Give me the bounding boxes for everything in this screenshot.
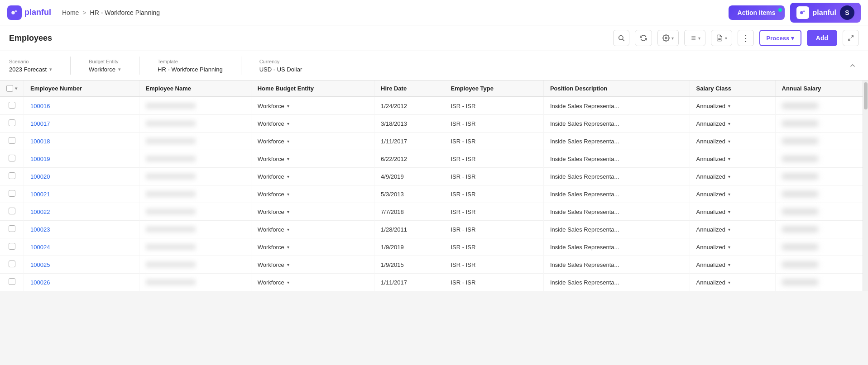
row-checkbox-cell[interactable] (0, 238, 24, 256)
svg-line-15 (851, 36, 853, 38)
th-employee-name[interactable]: Employee Name (139, 81, 251, 97)
breadcrumb-home[interactable]: Home (62, 9, 79, 16)
annual-salary-cell (775, 238, 868, 256)
scrollbar-thumb[interactable] (864, 82, 868, 109)
th-home-budget-entity[interactable]: Home Budget Entity (251, 81, 374, 97)
home-budget-entity-chevron[interactable]: ▾ (287, 121, 289, 126)
employee-link[interactable]: 100019 (30, 156, 50, 162)
salary-class-chevron[interactable]: ▾ (728, 280, 730, 285)
salary-class-value: Annualized (696, 173, 725, 180)
scenario-chevron[interactable]: ▾ (49, 66, 52, 72)
row-checkbox[interactable] (9, 119, 15, 126)
salary-class-chevron[interactable]: ▾ (728, 121, 730, 126)
row-checkbox[interactable] (9, 155, 15, 161)
th-employee-number[interactable]: Employee Number (24, 81, 139, 97)
home-budget-entity-chevron[interactable]: ▾ (287, 262, 289, 267)
salary-class-value: Annualized (696, 261, 725, 268)
employee-link[interactable]: 100016 (30, 103, 50, 109)
annual-salary-cell (775, 256, 868, 274)
th-annual-salary[interactable]: Annual Salary (775, 81, 868, 97)
employee-name-blurred (146, 261, 196, 268)
salary-class-chevron[interactable]: ▾ (728, 156, 730, 161)
home-budget-entity-chevron[interactable]: ▾ (287, 209, 289, 214)
row-checkbox-cell[interactable] (0, 168, 24, 185)
row-checkbox[interactable] (9, 278, 15, 285)
vertical-scrollbar[interactable] (863, 81, 868, 291)
refresh-button[interactable] (635, 30, 652, 46)
home-budget-entity-chevron[interactable]: ▾ (287, 245, 289, 250)
employee-link[interactable]: 100024 (30, 244, 50, 251)
row-checkbox-cell[interactable] (0, 115, 24, 133)
budget-entity-value-row[interactable]: Workforce ▾ (89, 66, 121, 73)
home-budget-entity-chevron[interactable]: ▾ (287, 227, 289, 232)
hire-date-value: 4/9/2019 (381, 173, 404, 180)
hire-date-cell: 1/11/2017 (374, 133, 444, 150)
row-checkbox[interactable] (9, 208, 15, 214)
expand-button[interactable] (843, 30, 859, 46)
th-checkbox[interactable]: ▾ (0, 81, 24, 97)
salary-class-chevron[interactable]: ▾ (728, 104, 730, 109)
row-checkbox-cell[interactable] (0, 221, 24, 238)
row-checkbox[interactable] (9, 261, 15, 267)
home-budget-entity-chevron[interactable]: ▾ (287, 104, 289, 109)
settings-button[interactable]: ▾ (657, 30, 679, 46)
th-salary-class[interactable]: Salary Class (690, 81, 775, 97)
row-checkbox-cell[interactable] (0, 133, 24, 150)
row-checkbox[interactable] (9, 190, 15, 197)
home-budget-entity-chevron[interactable]: ▾ (287, 139, 289, 144)
home-budget-entity-chevron[interactable]: ▾ (287, 156, 289, 161)
salary-class-chevron[interactable]: ▾ (728, 262, 730, 267)
th-checkbox-chevron[interactable]: ▾ (15, 86, 17, 91)
employee-link[interactable]: 100018 (30, 138, 50, 145)
filter-collapse-button[interactable] (846, 59, 859, 72)
position-description-value: Inside Sales Representa... (550, 120, 619, 127)
list-button[interactable]: ▾ (684, 30, 705, 46)
home-budget-entity-cell: Workforce▾ (251, 274, 374, 291)
salary-class-chevron[interactable]: ▾ (728, 139, 730, 144)
table-header-row: ▾ Employee Number Employee Name Home Bud… (0, 81, 868, 97)
salary-class-chevron[interactable]: ▾ (728, 227, 730, 232)
more-button[interactable]: ⋮ (738, 30, 754, 46)
hire-date-cell: 1/24/2012 (374, 97, 444, 115)
employee-link[interactable]: 100026 (30, 279, 50, 286)
select-all-checkbox[interactable] (6, 85, 13, 92)
action-items-button[interactable]: Action Items (729, 5, 785, 20)
salary-class-chevron[interactable]: ▾ (728, 192, 730, 197)
scenario-value-row[interactable]: 2023 Forecast ▾ (9, 66, 52, 73)
row-checkbox[interactable] (9, 102, 15, 109)
th-employee-type[interactable]: Employee Type (444, 81, 543, 97)
employee-link[interactable]: 100020 (30, 173, 50, 180)
salary-class-chevron[interactable]: ▾ (728, 209, 730, 214)
row-checkbox[interactable] (9, 243, 15, 250)
add-button[interactable]: Add (807, 30, 837, 46)
row-checkbox-cell[interactable] (0, 97, 24, 115)
salary-class-chevron[interactable]: ▾ (728, 245, 730, 250)
home-budget-entity-chevron[interactable]: ▾ (287, 174, 289, 179)
employee-link[interactable]: 100021 (30, 191, 50, 198)
salary-class-chevron[interactable]: ▾ (728, 174, 730, 179)
row-checkbox[interactable] (9, 225, 15, 232)
employee-link[interactable]: 100023 (30, 226, 50, 233)
avatar[interactable]: S (840, 5, 854, 20)
employee-link[interactable]: 100017 (30, 120, 50, 127)
home-budget-entity-chevron[interactable]: ▾ (287, 280, 289, 285)
row-checkbox[interactable] (9, 137, 15, 144)
annual-salary-blurred (782, 191, 818, 197)
search-button[interactable] (613, 30, 629, 46)
th-hire-date[interactable]: Hire Date (374, 81, 444, 97)
employee-link[interactable]: 100025 (30, 261, 50, 268)
row-checkbox-cell[interactable] (0, 203, 24, 221)
budget-entity-chevron[interactable]: ▾ (118, 66, 121, 72)
process-button[interactable]: Process ▾ (759, 30, 801, 46)
row-checkbox[interactable] (9, 172, 15, 179)
home-budget-entity-chevron[interactable]: ▾ (287, 192, 289, 197)
row-checkbox-cell[interactable] (0, 150, 24, 168)
employee-link[interactable]: 100022 (30, 209, 50, 215)
row-checkbox-cell[interactable] (0, 256, 24, 274)
template-value-row: HR - Workforce Planning (158, 66, 223, 73)
doc-button[interactable]: ▾ (711, 30, 732, 46)
row-checkbox-cell[interactable] (0, 274, 24, 291)
row-checkbox-cell[interactable] (0, 185, 24, 203)
home-budget-entity-cell: Workforce▾ (251, 185, 374, 203)
th-position-description[interactable]: Position Description (543, 81, 690, 97)
